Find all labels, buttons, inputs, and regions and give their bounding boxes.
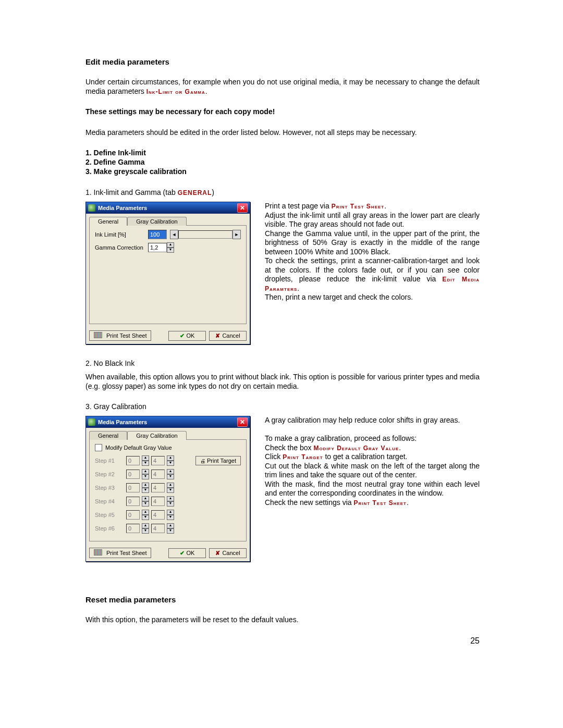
chevron-up-icon[interactable]: ▲ bbox=[167, 523, 174, 528]
window-titlebar[interactable]: Media Parameters ✕ bbox=[86, 416, 250, 428]
step-input-a[interactable]: 0 bbox=[126, 470, 140, 479]
ink-limit-slider[interactable]: ◄ ► bbox=[170, 230, 241, 239]
chevron-down-icon[interactable]: ▼ bbox=[167, 248, 174, 253]
spinner[interactable]: ▲▼ bbox=[167, 523, 174, 534]
step-1: 1. Define Ink-limit bbox=[85, 149, 480, 157]
spinner[interactable]: ▲▼ bbox=[142, 496, 149, 507]
page-number: 25 bbox=[85, 636, 480, 646]
step-input-b[interactable]: 4 bbox=[151, 497, 165, 506]
chevron-up-icon[interactable]: ▲ bbox=[167, 455, 174, 461]
close-icon[interactable]: ✕ bbox=[237, 417, 248, 427]
chevron-down-icon[interactable]: ▼ bbox=[142, 488, 149, 493]
chevron-down-icon[interactable]: ▼ bbox=[167, 461, 174, 466]
gray-step-row: Step #30▲▼4▲▼ bbox=[95, 483, 241, 493]
chevron-down-icon[interactable]: ▼ bbox=[142, 501, 149, 507]
spinner[interactable]: ▲▼ bbox=[167, 496, 174, 507]
app-icon bbox=[88, 204, 95, 212]
step-input-a[interactable]: 0 bbox=[126, 497, 140, 506]
reset-body: With this option, the parameters will be… bbox=[85, 615, 480, 625]
step-2: 2. Define Gamma bbox=[85, 158, 480, 166]
print-test-sheet-button[interactable]: Print Test Sheet bbox=[89, 330, 151, 341]
gamma-spinner[interactable]: ▲ ▼ bbox=[167, 242, 174, 253]
chevron-up-icon[interactable]: ▲ bbox=[167, 510, 174, 515]
slider-right-icon[interactable]: ► bbox=[232, 230, 241, 239]
step-input-a[interactable]: 0 bbox=[126, 483, 140, 492]
sub2-body: When available, this option allows you t… bbox=[85, 373, 480, 391]
chevron-up-icon[interactable]: ▲ bbox=[167, 469, 174, 474]
chevron-up-icon[interactable]: ▲ bbox=[142, 483, 149, 488]
chevron-down-icon[interactable]: ▼ bbox=[167, 488, 174, 493]
checkbox-box-icon[interactable] bbox=[95, 444, 102, 451]
ink-limit-input[interactable]: 100 bbox=[148, 230, 167, 239]
chevron-down-icon[interactable]: ▼ bbox=[142, 528, 149, 534]
spinner[interactable]: ▲▼ bbox=[142, 483, 149, 493]
tab-gray-calibration[interactable]: Gray Calibration bbox=[127, 431, 186, 440]
spinner[interactable]: ▲▼ bbox=[142, 455, 149, 466]
chevron-up-icon[interactable]: ▲ bbox=[167, 242, 174, 248]
cancel-icon: ✘ bbox=[215, 550, 220, 557]
step-label: Step #6 bbox=[95, 525, 124, 532]
spinner[interactable]: ▲▼ bbox=[142, 510, 149, 520]
numbered-steps: 1. Define Ink-limit 2. Define Gamma 3. M… bbox=[85, 149, 480, 176]
gamma-label: Gamma Correction bbox=[95, 244, 148, 251]
step-input-a[interactable]: 0 bbox=[126, 510, 140, 520]
chevron-up-icon[interactable]: ▲ bbox=[142, 496, 149, 501]
chevron-down-icon[interactable]: ▼ bbox=[167, 501, 174, 507]
step-label: Step #5 bbox=[95, 512, 124, 518]
slider-left-icon[interactable]: ◄ bbox=[170, 230, 178, 239]
chevron-down-icon[interactable]: ▼ bbox=[167, 515, 174, 520]
intro-a: Under certain circumstances, for example… bbox=[85, 78, 480, 95]
ok-button[interactable]: ✔OK bbox=[168, 331, 206, 341]
print-target-button[interactable]: Print Target bbox=[195, 456, 241, 465]
sub1-text: Print a test page via Print Test Sheet. … bbox=[265, 202, 480, 302]
sub3-text: A gray calibration may help reduce color… bbox=[265, 416, 480, 507]
general-label: GENERAL bbox=[178, 189, 212, 196]
tab-general[interactable]: General bbox=[89, 217, 127, 226]
step-label: Step #2 bbox=[95, 471, 124, 477]
step-input-a[interactable]: 0 bbox=[126, 524, 140, 533]
step-input-b[interactable]: 4 bbox=[151, 483, 165, 492]
spinner[interactable]: ▲▼ bbox=[142, 469, 149, 479]
spinner[interactable]: ▲▼ bbox=[142, 523, 149, 534]
step-input-b[interactable]: 4 bbox=[151, 456, 165, 465]
step-input-a[interactable]: 0 bbox=[126, 456, 140, 465]
window-title: Media Parameters bbox=[98, 205, 237, 211]
window-titlebar[interactable]: Media Parameters ✕ bbox=[86, 202, 250, 214]
chevron-up-icon[interactable]: ▲ bbox=[142, 455, 149, 461]
ok-button[interactable]: ✔OK bbox=[168, 548, 206, 558]
spinner[interactable]: ▲▼ bbox=[167, 455, 174, 466]
cancel-button[interactable]: ✘Cancel bbox=[209, 548, 247, 558]
step-label: Step #4 bbox=[95, 498, 124, 504]
chevron-up-icon[interactable]: ▲ bbox=[142, 523, 149, 528]
gray-step-row: Step #60▲▼4▲▼ bbox=[95, 523, 241, 534]
sub2-label: 2. No Black Ink bbox=[85, 359, 480, 367]
print-icon bbox=[94, 549, 104, 557]
intro-red: Ink-Limit or Gamma bbox=[146, 88, 205, 95]
ink-limit-label: Ink Limit [%] bbox=[95, 231, 148, 238]
print-test-sheet-button[interactable]: Print Test Sheet bbox=[89, 548, 151, 558]
chevron-down-icon[interactable]: ▼ bbox=[142, 474, 149, 479]
step-input-b[interactable]: 4 bbox=[151, 510, 165, 520]
spinner[interactable]: ▲▼ bbox=[167, 483, 174, 493]
step-3: 3. Make greyscale calibration bbox=[85, 167, 480, 176]
chevron-up-icon[interactable]: ▲ bbox=[167, 496, 174, 501]
spinner[interactable]: ▲▼ bbox=[167, 510, 174, 520]
chevron-down-icon[interactable]: ▼ bbox=[142, 461, 149, 466]
step-input-b[interactable]: 4 bbox=[151, 524, 165, 533]
chevron-down-icon[interactable]: ▼ bbox=[167, 474, 174, 479]
chevron-up-icon[interactable]: ▲ bbox=[142, 510, 149, 515]
spinner[interactable]: ▲▼ bbox=[167, 469, 174, 479]
gray-step-row: Step #50▲▼4▲▼ bbox=[95, 510, 241, 520]
cancel-button[interactable]: ✘Cancel bbox=[209, 331, 247, 341]
chevron-down-icon[interactable]: ▼ bbox=[142, 515, 149, 520]
modify-default-gray-checkbox[interactable]: Modify Default Gray Value bbox=[95, 444, 241, 451]
step-input-b[interactable]: 4 bbox=[151, 470, 165, 479]
tab-general[interactable]: General bbox=[89, 431, 127, 440]
tab-gray-calibration[interactable]: Gray Calibration bbox=[127, 217, 186, 226]
gamma-input[interactable]: 1,2 bbox=[148, 243, 167, 252]
window-title: Media Parameters bbox=[98, 419, 237, 425]
chevron-up-icon[interactable]: ▲ bbox=[167, 483, 174, 488]
chevron-down-icon[interactable]: ▼ bbox=[167, 528, 174, 534]
close-icon[interactable]: ✕ bbox=[237, 203, 248, 213]
chevron-up-icon[interactable]: ▲ bbox=[142, 469, 149, 474]
